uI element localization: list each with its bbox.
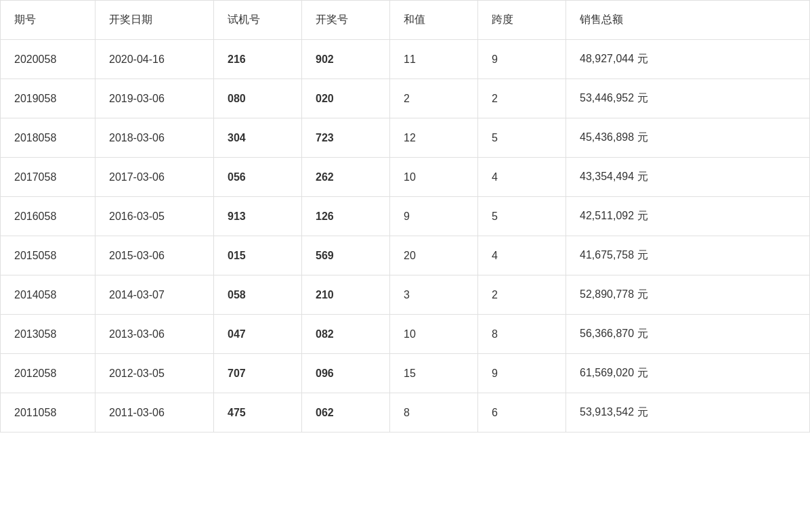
cell-date: 2018-03-06 <box>95 118 214 158</box>
cell-shiji: 056 <box>214 158 302 197</box>
cell-sales: 61,569,020 元 <box>566 354 810 393</box>
cell-kuadu: 4 <box>478 158 566 197</box>
cell-sales: 53,913,542 元 <box>566 393 810 433</box>
cell-sales: 42,511,092 元 <box>566 197 810 236</box>
table-row: 20140582014-03-070582103252,890,778 元 <box>1 275 810 315</box>
header-sales: 销售总额 <box>566 1 810 40</box>
cell-date: 2012-03-05 <box>95 354 214 393</box>
cell-date: 2011-03-06 <box>95 393 214 433</box>
cell-shiji: 707 <box>214 354 302 393</box>
cell-kaijang: 096 <box>302 354 390 393</box>
cell-kuadu: 2 <box>478 275 566 315</box>
cell-qihao: 2013058 <box>1 315 95 354</box>
lottery-table: 期号 开奖日期 试机号 开奖号 和值 跨度 销售总额 20200582020-0… <box>0 0 810 433</box>
cell-shiji: 058 <box>214 275 302 315</box>
cell-sales: 56,366,870 元 <box>566 315 810 354</box>
cell-sales: 53,446,952 元 <box>566 79 810 118</box>
cell-kaijang: 569 <box>302 236 390 275</box>
cell-qihao: 2015058 <box>1 236 95 275</box>
cell-kaijang: 902 <box>302 40 390 79</box>
table-row: 20180582018-03-0630472312545,436,898 元 <box>1 118 810 158</box>
cell-hezhi: 3 <box>390 275 478 315</box>
cell-shiji: 047 <box>214 315 302 354</box>
header-hezhi: 和值 <box>390 1 478 40</box>
cell-kuadu: 9 <box>478 40 566 79</box>
cell-kaijang: 262 <box>302 158 390 197</box>
cell-shiji: 304 <box>214 118 302 158</box>
cell-qihao: 2017058 <box>1 158 95 197</box>
cell-hezhi: 8 <box>390 393 478 433</box>
cell-kuadu: 5 <box>478 197 566 236</box>
cell-kaijang: 723 <box>302 118 390 158</box>
table-row: 20120582012-03-0570709615961,569,020 元 <box>1 354 810 393</box>
cell-date: 2017-03-06 <box>95 158 214 197</box>
cell-kaijang: 062 <box>302 393 390 433</box>
table-row: 20150582015-03-0601556920441,675,758 元 <box>1 236 810 275</box>
cell-hezhi: 2 <box>390 79 478 118</box>
cell-kaijang: 082 <box>302 315 390 354</box>
table-row: 20200582020-04-1621690211948,927,044 元 <box>1 40 810 79</box>
cell-shiji: 216 <box>214 40 302 79</box>
cell-kuadu: 9 <box>478 354 566 393</box>
table-header-row: 期号 开奖日期 试机号 开奖号 和值 跨度 销售总额 <box>1 1 810 40</box>
cell-date: 2013-03-06 <box>95 315 214 354</box>
cell-kuadu: 8 <box>478 315 566 354</box>
cell-kuadu: 5 <box>478 118 566 158</box>
table-row: 20110582011-03-064750628653,913,542 元 <box>1 393 810 433</box>
cell-shiji: 015 <box>214 236 302 275</box>
header-shiji: 试机号 <box>214 1 302 40</box>
cell-date: 2019-03-06 <box>95 79 214 118</box>
cell-hezhi: 11 <box>390 40 478 79</box>
cell-hezhi: 15 <box>390 354 478 393</box>
header-kuadu: 跨度 <box>478 1 566 40</box>
cell-qihao: 2016058 <box>1 197 95 236</box>
cell-kuadu: 4 <box>478 236 566 275</box>
table-row: 20160582016-03-059131269542,511,092 元 <box>1 197 810 236</box>
table-row: 20190582019-03-060800202253,446,952 元 <box>1 79 810 118</box>
cell-date: 2015-03-06 <box>95 236 214 275</box>
cell-kuadu: 2 <box>478 79 566 118</box>
cell-hezhi: 12 <box>390 118 478 158</box>
cell-hezhi: 9 <box>390 197 478 236</box>
table-row: 20170582017-03-0605626210443,354,494 元 <box>1 158 810 197</box>
header-qihao: 期号 <box>1 1 95 40</box>
cell-sales: 48,927,044 元 <box>566 40 810 79</box>
cell-qihao: 2020058 <box>1 40 95 79</box>
cell-qihao: 2019058 <box>1 79 95 118</box>
cell-kaijang: 020 <box>302 79 390 118</box>
cell-hezhi: 20 <box>390 236 478 275</box>
cell-qihao: 2018058 <box>1 118 95 158</box>
header-kaijang: 开奖号 <box>302 1 390 40</box>
cell-sales: 45,436,898 元 <box>566 118 810 158</box>
cell-kaijang: 210 <box>302 275 390 315</box>
cell-sales: 41,675,758 元 <box>566 236 810 275</box>
cell-hezhi: 10 <box>390 315 478 354</box>
cell-sales: 43,354,494 元 <box>566 158 810 197</box>
cell-date: 2016-03-05 <box>95 197 214 236</box>
cell-hezhi: 10 <box>390 158 478 197</box>
cell-kaijang: 126 <box>302 197 390 236</box>
cell-qihao: 2012058 <box>1 354 95 393</box>
cell-qihao: 2011058 <box>1 393 95 433</box>
cell-shiji: 913 <box>214 197 302 236</box>
header-date: 开奖日期 <box>95 1 214 40</box>
cell-sales: 52,890,778 元 <box>566 275 810 315</box>
cell-qihao: 2014058 <box>1 275 95 315</box>
cell-shiji: 475 <box>214 393 302 433</box>
cell-date: 2014-03-07 <box>95 275 214 315</box>
table-row: 20130582013-03-0604708210856,366,870 元 <box>1 315 810 354</box>
cell-date: 2020-04-16 <box>95 40 214 79</box>
cell-kuadu: 6 <box>478 393 566 433</box>
cell-shiji: 080 <box>214 79 302 118</box>
